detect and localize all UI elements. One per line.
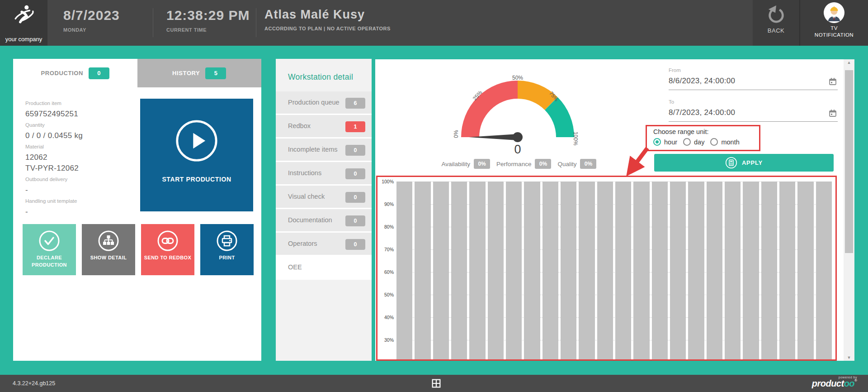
y-tick: 80% xyxy=(379,224,394,229)
print-button[interactable]: PRINT xyxy=(200,224,254,275)
workstation-item-badge: 1 xyxy=(345,121,365,132)
field-label: Outbound delivery xyxy=(25,174,138,185)
range-unit-annotation-box: Choose range unit: hourdaymonth xyxy=(646,125,760,151)
bar xyxy=(561,182,576,359)
tv-notification-button[interactable]: TV NOTIFICATION xyxy=(800,0,868,46)
y-tick: 60% xyxy=(379,269,394,275)
y-tick: 70% xyxy=(379,247,394,252)
from-date-field[interactable]: From 8/6/2023, 24:00:00 xyxy=(669,67,838,90)
bar xyxy=(469,182,485,359)
current-date: 8/7/2023 xyxy=(63,8,120,23)
scrollbar-down-arrow[interactable]: ▼ xyxy=(844,355,854,360)
radio-label-day: day xyxy=(694,139,704,146)
header-time-block: 12:38:29 PM CURRENT TIME xyxy=(166,8,250,33)
declare-production-button[interactable]: DECLARE PRODUCTION xyxy=(23,224,76,275)
start-production-label: START PRODUCTION xyxy=(140,176,253,183)
y-tick: 100% xyxy=(379,179,394,184)
header-station-block: Atlas Malé Kusy ACCORDING TO PLAN | NO A… xyxy=(264,8,391,31)
production-actions: DECLARE PRODUCTIONSHOW DETAILSEND TO RED… xyxy=(23,224,254,276)
workstation-item-oee[interactable]: OEE xyxy=(276,256,372,280)
bar xyxy=(542,182,558,359)
start-production-button[interactable]: START PRODUCTION xyxy=(140,99,253,211)
calculator-icon xyxy=(725,157,737,169)
bar xyxy=(615,182,631,359)
back-icon xyxy=(767,4,786,24)
tab-production[interactable]: PRODUCTION 0 xyxy=(13,59,137,87)
header-actions: BACK TV NOTIFICATION xyxy=(753,0,868,46)
kpi-value-availability: 0% xyxy=(474,159,490,169)
bar xyxy=(488,182,504,359)
to-date-field[interactable]: To 8/7/2023, 24:00:00 xyxy=(669,99,838,122)
apply-button[interactable]: APPLY xyxy=(654,154,834,172)
range-unit-label: Choose range unit: xyxy=(653,128,759,135)
tab-history-badge: 5 xyxy=(205,67,226,79)
radio-day[interactable]: day xyxy=(683,138,704,146)
workstation-item-redbox[interactable]: Redbox1 xyxy=(276,115,372,139)
range-unit-radios: hourdaymonth xyxy=(653,138,759,146)
workstation-detail-panel: Workstation detail Production queue6Redb… xyxy=(276,59,372,361)
y-tick: 30% xyxy=(379,337,394,343)
productoo-logo: powered by productoo® xyxy=(812,376,857,388)
calendar-icon[interactable] xyxy=(829,109,837,119)
apply-label: APPLY xyxy=(742,159,763,166)
header-date-block: 8/7/2023 MONDAY xyxy=(63,8,120,33)
header-separator xyxy=(153,8,153,37)
bar xyxy=(797,182,813,359)
gauge-chart xyxy=(445,71,590,146)
workstation-item-badge: 0 xyxy=(345,239,365,250)
workstation-item-label: Incomplete items xyxy=(288,146,338,153)
production-tabs: PRODUCTION 0 HISTORY 5 xyxy=(13,59,261,87)
y-tick: 90% xyxy=(379,201,394,207)
check-circle-icon xyxy=(38,230,60,253)
notification-label-1: TV xyxy=(800,25,868,32)
radio-label-month: month xyxy=(721,139,739,146)
workstation-item-documentation[interactable]: Documentation0 xyxy=(276,209,372,233)
send-to-redbox-button[interactable]: SEND TO REDBOX xyxy=(141,224,194,275)
workstation-item-label: Documentation xyxy=(288,216,332,224)
field-value: 0 / 0 / 0.0455 kg xyxy=(25,130,138,141)
workstation-item-operators[interactable]: Operators0 xyxy=(276,233,372,256)
field-label: Quantity xyxy=(25,120,138,130)
kpi-value-performance: 0% xyxy=(535,159,551,169)
bar xyxy=(451,182,467,359)
tab-history[interactable]: HISTORY 5 xyxy=(137,59,262,87)
station-status: ACCORDING TO PLAN | NO ACTIVE OPERATORS xyxy=(264,26,391,31)
station-title: Atlas Malé Kusy xyxy=(264,8,391,22)
printer-circle-icon xyxy=(216,230,238,253)
tab-production-badge: 0 xyxy=(89,67,109,79)
field-value: 659752495251 xyxy=(25,109,138,120)
scrollbar-thumb[interactable] xyxy=(845,70,853,253)
bar xyxy=(816,182,832,359)
workstation-item-badge: 0 xyxy=(345,168,365,179)
back-button[interactable]: BACK xyxy=(753,0,799,46)
workstation-item-incomplete-items[interactable]: Incomplete items0 xyxy=(276,139,372,162)
show-detail-button[interactable]: SHOW DETAIL xyxy=(82,224,135,275)
production-fields: Production item659752495251Quantity0 / 0… xyxy=(25,98,138,217)
calendar-icon[interactable] xyxy=(829,77,837,87)
bar xyxy=(670,182,686,359)
field-value: - xyxy=(25,206,138,217)
workstation-item-instructions[interactable]: Instructions0 xyxy=(276,162,372,186)
radio-circle-month xyxy=(710,138,718,146)
workstation-item-badge: 0 xyxy=(345,145,365,156)
workstation-item-production-queue[interactable]: Production queue6 xyxy=(276,91,372,115)
workstation-item-label: Operators xyxy=(288,240,317,247)
radio-hour[interactable]: hour xyxy=(653,138,677,146)
oee-panel: 0% 25% 50% 75% 100% 0 Availability0%Perf… xyxy=(375,59,854,361)
grid-icon[interactable] xyxy=(432,379,441,390)
company-logo-icon xyxy=(11,2,37,28)
annotation-arrow xyxy=(619,144,656,183)
to-label: To xyxy=(669,99,838,105)
scrollbar-up-arrow[interactable]: ▲ xyxy=(844,60,854,65)
gauge-value: 0 xyxy=(445,143,590,157)
bar xyxy=(597,182,613,359)
header-bar: your company 8/7/2023 MONDAY 12:38:29 PM… xyxy=(0,0,868,46)
workstation-item-label: Instructions xyxy=(288,169,321,177)
footer-bar: 4.3.22+24.gb125 powered by productoo® xyxy=(0,375,868,392)
workstation-item-visual-check[interactable]: Visual check0 xyxy=(276,186,372,209)
sitemap-circle-icon xyxy=(98,230,119,253)
bar xyxy=(707,182,722,359)
current-day: MONDAY xyxy=(63,27,120,33)
radio-month[interactable]: month xyxy=(710,138,739,146)
workstation-item-badge: 0 xyxy=(345,215,365,226)
